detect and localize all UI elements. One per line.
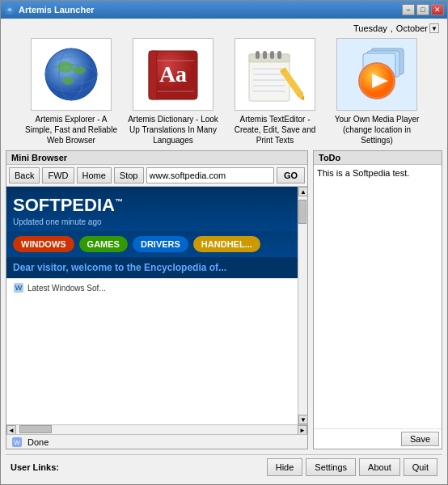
date-day: Tuesday — [353, 23, 387, 33]
svg-text:W: W — [15, 284, 23, 292]
user-links-label: User Links: — [11, 462, 59, 472]
texteditor-label: Artemis TextEditor - Create, Edit, Save … — [227, 114, 323, 146]
todo-content[interactable]: This is a Softpedia test. — [314, 165, 442, 428]
status-icon: W — [11, 436, 23, 448]
title-controls: − □ ✕ — [402, 4, 444, 15]
svg-rect-15 — [249, 54, 290, 62]
save-button[interactable]: Save — [401, 432, 439, 446]
hide-button[interactable]: Hide — [267, 458, 303, 476]
scroll-thumb-h[interactable] — [19, 425, 52, 433]
softpedia-nav: WINDOWS GAMES DRIVERS HANDHEL... — [6, 231, 298, 257]
month-dropdown[interactable]: October ▼ — [396, 23, 439, 33]
browser-status: W Done — [6, 434, 307, 449]
explorer-label: Artemis Explorer - A Simple, Fast and Re… — [23, 114, 119, 146]
dictionary-label: Artemis Dictionary - Look Up Translation… — [125, 114, 221, 146]
browser-scrollbar-horizontal[interactable]: ◄ ► — [6, 424, 307, 434]
title-bar-left: Artemis Launcher — [4, 4, 95, 15]
browser-scrollbar-vertical[interactable]: ▲ ▼ — [298, 187, 307, 424]
app-icon-box-mediaplayer — [336, 38, 417, 111]
status-text: Done — [27, 437, 49, 447]
todo-panel: ToDo This is a Softpedia test. Save — [313, 150, 442, 449]
settings-button[interactable]: Settings — [306, 458, 356, 476]
app-icon-item-explorer[interactable]: Artemis Explorer - A Simple, Fast and Re… — [23, 38, 119, 146]
svg-rect-18 — [270, 51, 274, 59]
main-window: Artemis Launcher − □ ✕ Tuesday , October… — [0, 0, 448, 485]
nav-drivers[interactable]: DRIVERS — [133, 236, 188, 252]
svg-rect-17 — [263, 51, 267, 59]
back-button[interactable]: Back — [9, 167, 40, 183]
mini-browser-panel: Mini Browser Back FWD Home Stop GO SOF — [6, 150, 308, 449]
url-input[interactable] — [146, 167, 274, 183]
quit-button[interactable]: Quit — [404, 458, 437, 476]
browser-viewport: SOFTPEDIA™ Updated one minute ago WINDOW… — [6, 187, 298, 424]
softpedia-header: SOFTPEDIA™ Updated one minute ago — [6, 187, 298, 231]
app-icon-item-dictionary[interactable]: Aa Artemis Dictionary - Look Up Translat… — [125, 38, 221, 146]
scroll-thumb-v[interactable] — [298, 200, 306, 224]
softpedia-page: SOFTPEDIA™ Updated one minute ago WINDOW… — [6, 187, 298, 424]
go-button[interactable]: GO — [277, 167, 305, 183]
svg-text:Aa: Aa — [158, 61, 186, 86]
app-icon-box-explorer — [31, 38, 112, 111]
app-icons-row: Artemis Explorer - A Simple, Fast and Re… — [6, 38, 442, 146]
stop-button[interactable]: Stop — [114, 167, 144, 183]
nav-games[interactable]: GAMES — [79, 236, 128, 252]
about-button[interactable]: About — [359, 458, 400, 476]
todo-title: ToDo — [314, 151, 442, 165]
softpedia-subtitle: Updated one minute ago — [13, 217, 291, 226]
app-icon-item-texteditor[interactable]: Artemis TextEditor - Create, Edit, Save … — [227, 38, 323, 146]
dropdown-arrow-icon[interactable]: ▼ — [429, 23, 439, 33]
nav-handheld[interactable]: HANDHEL... — [193, 236, 260, 252]
scroll-down-arrow[interactable]: ▼ — [298, 415, 307, 424]
app-icon-item-mediaplayer[interactable]: Your Own Media Player (change location i… — [329, 38, 425, 146]
svg-point-6 — [73, 66, 86, 74]
svg-rect-16 — [256, 51, 260, 59]
svg-point-5 — [57, 61, 74, 73]
svg-point-7 — [62, 77, 74, 85]
fwd-button[interactable]: FWD — [42, 167, 74, 183]
bottom-buttons: Hide Settings About Quit — [267, 458, 437, 476]
scroll-track-v — [298, 196, 307, 415]
date-month: October — [396, 23, 428, 33]
app-icon-box-texteditor — [235, 38, 315, 111]
svg-text:W: W — [14, 439, 20, 446]
window-title: Artemis Launcher — [19, 5, 95, 15]
title-bar: Artemis Launcher − □ ✕ — [1, 1, 447, 19]
svg-rect-9 — [149, 51, 157, 99]
mediaplayer-label: Your Own Media Player (change location i… — [329, 114, 425, 146]
home-button[interactable]: Home — [77, 167, 112, 183]
softpedia-logo: SOFTPEDIA™ — [13, 195, 291, 216]
main-panels: Mini Browser Back FWD Home Stop GO SOF — [6, 150, 442, 449]
browser-toolbar: Back FWD Home Stop GO — [6, 165, 307, 187]
scroll-up-arrow[interactable]: ▲ — [298, 187, 307, 196]
todo-save-row: Save — [314, 428, 442, 449]
bottom-bar: User Links: Hide Settings About Quit — [6, 454, 442, 479]
close-button[interactable]: ✕ — [431, 4, 444, 15]
softpedia-welcome: Dear visitor, welcome to the Encyclopedi… — [6, 257, 298, 278]
mini-browser-title: Mini Browser — [6, 151, 307, 165]
minimize-button[interactable]: − — [402, 4, 415, 15]
svg-rect-19 — [277, 51, 281, 59]
date-separator: , — [391, 23, 393, 33]
app-icon-box-dictionary: Aa — [133, 38, 213, 111]
scroll-track-h — [16, 425, 298, 434]
maximize-button[interactable]: □ — [416, 4, 429, 15]
browser-content-area: SOFTPEDIA™ Updated one minute ago WINDOW… — [6, 187, 307, 424]
softpedia-latest: W Latest Windows Sof... — [6, 278, 298, 297]
app-icon — [4, 4, 15, 15]
date-bar: Tuesday , October ▼ — [6, 23, 442, 33]
window-content: Tuesday , October ▼ — [1, 19, 447, 484]
nav-windows[interactable]: WINDOWS — [13, 236, 74, 252]
